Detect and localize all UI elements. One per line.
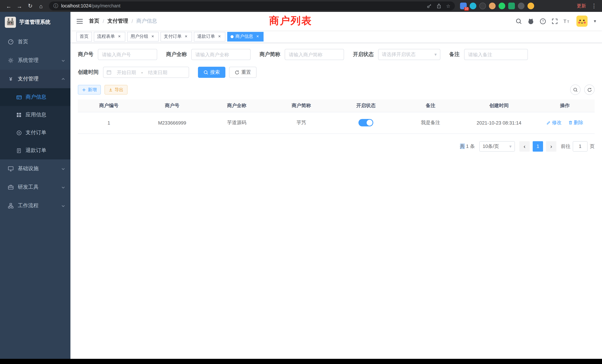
prev-page-button[interactable]: ‹ bbox=[519, 141, 530, 151]
cell-id: 1 bbox=[78, 112, 140, 133]
col-header-id: 商户编号 bbox=[78, 99, 140, 112]
page-jumper: 前往 页 bbox=[561, 141, 595, 151]
sidebar-item-app-info[interactable]: 应用信息 bbox=[0, 106, 70, 124]
cell-full-name: 芋道源码 bbox=[204, 112, 269, 133]
table-toolbar-right bbox=[570, 85, 595, 95]
breadcrumb-separator: / bbox=[132, 18, 133, 24]
fullscreen-icon[interactable] bbox=[552, 18, 558, 24]
sidebar-item-payment[interactable]: ¥ 支付管理 bbox=[0, 70, 70, 88]
screen: ← → ↻ ⌂ ⓘ localhost:1024/pay/merchant ☆ … bbox=[0, 0, 602, 364]
tab-close-icon[interactable]: × bbox=[117, 34, 122, 39]
sidebar-item-label: 商户信息 bbox=[26, 94, 46, 100]
browser-forward-icon[interactable]: → bbox=[14, 1, 24, 11]
sidebar-item-label: 应用信息 bbox=[26, 112, 46, 118]
extension-icon[interactable] bbox=[470, 3, 476, 9]
github-icon[interactable] bbox=[527, 18, 534, 24]
extensions-puzzle-icon[interactable]: 10 bbox=[460, 3, 467, 9]
navbar-actions: ? TT ▾ bbox=[516, 16, 596, 27]
sidebar: 芋道管理系统 首页 系统管理 bbox=[0, 12, 70, 359]
sidebar-item-merchant-info[interactable]: 商户信息 bbox=[0, 88, 70, 106]
add-button[interactable]: 新增 bbox=[78, 85, 101, 95]
avatar-caret-icon[interactable]: ▾ bbox=[594, 19, 596, 24]
search-icon[interactable] bbox=[516, 18, 522, 24]
bottom-strip bbox=[0, 359, 602, 364]
sidebar-item-infrastructure[interactable]: 基础设施 bbox=[0, 159, 70, 178]
date-range-picker[interactable]: - bbox=[103, 67, 189, 78]
extension-icon[interactable] bbox=[527, 3, 534, 9]
hamburger-icon[interactable] bbox=[76, 18, 83, 24]
extension-icon[interactable] bbox=[508, 3, 515, 9]
target-icon bbox=[16, 130, 22, 136]
browser-menu-icon[interactable]: ⋮ bbox=[590, 3, 598, 9]
end-date-input[interactable] bbox=[144, 69, 172, 75]
tab-pay-order[interactable]: 支付订单 × bbox=[161, 32, 192, 41]
tab-process-form[interactable]: 流程表单 × bbox=[94, 32, 125, 41]
extension-icon[interactable] bbox=[499, 3, 505, 9]
remark-input[interactable] bbox=[464, 49, 528, 60]
full-name-input[interactable] bbox=[191, 49, 251, 60]
delete-button[interactable]: 删除 bbox=[568, 119, 583, 126]
merchant-no-input[interactable] bbox=[98, 49, 157, 60]
share-icon[interactable] bbox=[437, 3, 442, 9]
extension-icon[interactable] bbox=[479, 3, 486, 9]
sidebar-item-pay-order[interactable]: 支付订单 bbox=[0, 124, 70, 142]
breadcrumb-item[interactable]: 支付管理 bbox=[108, 18, 128, 24]
help-icon[interactable]: ? bbox=[540, 18, 546, 24]
tab-close-icon[interactable]: × bbox=[183, 34, 189, 39]
toggle-search-icon[interactable] bbox=[570, 85, 580, 95]
password-key-icon[interactable] bbox=[427, 3, 432, 9]
edit-button[interactable]: 修改 bbox=[546, 119, 562, 126]
site-info-icon[interactable]: ⓘ bbox=[53, 3, 58, 9]
extension-icon[interactable] bbox=[518, 3, 525, 9]
tab-user-group[interactable]: 用户分组 × bbox=[127, 32, 159, 41]
browser-update-button[interactable]: 更新 bbox=[574, 3, 589, 9]
bookmark-star-icon[interactable]: ☆ bbox=[446, 3, 450, 9]
cell-short-name: 芋艿 bbox=[269, 112, 334, 133]
tab-label: 流程表单 bbox=[97, 33, 115, 40]
sidebar-item-workflow[interactable]: 工作流程 bbox=[0, 196, 70, 215]
page-unit-label: 页 bbox=[590, 143, 595, 150]
card-icon bbox=[16, 94, 22, 100]
sidebar-item-refund-order[interactable]: 退款订单 bbox=[0, 142, 70, 159]
filter-merchant-no: 商户号 bbox=[78, 49, 157, 60]
browser-reload-icon[interactable]: ↻ bbox=[25, 1, 35, 11]
tab-home[interactable]: 首页 bbox=[76, 32, 92, 41]
filter-create-time: 创建时间 - bbox=[78, 67, 189, 78]
reset-button[interactable]: 重置 bbox=[229, 67, 257, 78]
page-size-select[interactable]: 10条/页 ▾ bbox=[479, 141, 515, 151]
filter-label: 创建时间 bbox=[78, 69, 99, 76]
app-logo-row[interactable]: 芋道管理系统 bbox=[0, 12, 70, 33]
page-number-button[interactable]: 1 bbox=[533, 141, 543, 151]
search-button[interactable]: 搜索 bbox=[198, 67, 225, 78]
extension-badge: 10 bbox=[464, 7, 469, 11]
browser-home-icon[interactable]: ⌂ bbox=[36, 1, 46, 11]
address-bar[interactable]: ⓘ localhost:1024/pay/merchant ☆ bbox=[49, 1, 455, 10]
sidebar-menu: 首页 系统管理 ¥ 支付管理 bbox=[0, 33, 70, 215]
status-select[interactable]: 请选择开启状态 ▾ bbox=[378, 49, 440, 60]
tab-refund-order[interactable]: 退款订单 × bbox=[194, 32, 225, 41]
breadcrumb-item[interactable]: 首页 bbox=[89, 18, 99, 24]
tab-close-icon[interactable]: × bbox=[217, 34, 222, 39]
font-size-icon[interactable]: TT bbox=[563, 18, 571, 24]
goto-page-input[interactable] bbox=[573, 141, 588, 151]
sidebar-item-home[interactable]: 首页 bbox=[0, 33, 70, 51]
browser-back-icon[interactable]: ← bbox=[4, 1, 14, 11]
tab-close-icon[interactable]: × bbox=[150, 34, 155, 39]
start-date-input[interactable] bbox=[113, 69, 140, 75]
export-button[interactable]: 导出 bbox=[105, 85, 128, 95]
status-toggle[interactable] bbox=[358, 119, 373, 126]
sidebar-item-label: 基础设施 bbox=[18, 165, 61, 172]
tab-label: 用户分组 bbox=[130, 33, 148, 40]
chevron-down-icon bbox=[61, 204, 65, 208]
user-avatar[interactable] bbox=[576, 16, 588, 27]
search-action: 搜索 bbox=[198, 67, 225, 78]
short-name-input[interactable] bbox=[285, 49, 344, 60]
extension-icon[interactable] bbox=[489, 3, 496, 9]
pagination: 共 1 条 10条/页 ▾ ‹ 1 › 前往 页 bbox=[78, 141, 595, 151]
next-page-button[interactable]: › bbox=[546, 141, 556, 151]
sidebar-item-system[interactable]: 系统管理 bbox=[0, 51, 70, 70]
tab-close-icon[interactable]: × bbox=[255, 34, 260, 39]
refresh-icon[interactable] bbox=[584, 85, 595, 95]
tab-merchant-info[interactable]: 商户信息 × bbox=[227, 32, 264, 41]
sidebar-item-dev-tools[interactable]: 研发工具 bbox=[0, 178, 70, 196]
